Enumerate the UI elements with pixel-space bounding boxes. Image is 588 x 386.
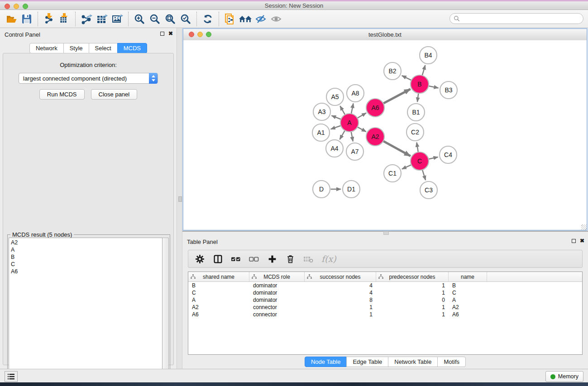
mcds-result-item[interactable]: C: [11, 261, 160, 268]
graph-node-B3[interactable]: B3: [440, 81, 457, 99]
open-folder-icon[interactable]: [4, 11, 19, 27]
memory-button[interactable]: Memory: [545, 371, 583, 382]
export-image-icon[interactable]: [110, 11, 125, 27]
refresh-icon[interactable]: [200, 11, 215, 27]
tab-network[interactable]: Network: [29, 43, 64, 53]
frame-resize-handle[interactable]: [581, 224, 587, 230]
tab-edge-table[interactable]: Edge Table: [346, 357, 388, 367]
graph-node-A2[interactable]: A2: [366, 128, 384, 146]
column-header-predecessor-nodes[interactable]: predecessor nodes: [376, 272, 449, 281]
graph-node-B[interactable]: B: [411, 75, 429, 93]
tab-mcds[interactable]: MCDS: [117, 43, 147, 53]
table-cell[interactable]: 1: [376, 304, 449, 311]
graph-node-B1[interactable]: B1: [407, 104, 425, 121]
table-cell[interactable]: A6: [188, 311, 249, 318]
close-panel-icon[interactable]: ✖: [168, 31, 173, 36]
graph-node-C4[interactable]: C4: [440, 146, 457, 163]
graph-node-A6[interactable]: A6: [366, 99, 384, 117]
add-column-plus-icon[interactable]: [267, 254, 277, 264]
tab-node-table[interactable]: Node Table: [305, 357, 347, 367]
table-cell[interactable]: 1: [305, 311, 376, 318]
node-table[interactable]: shared nameMCDS rolesuccessor nodesprede…: [188, 272, 583, 355]
table-cell[interactable]: A: [449, 296, 487, 304]
tab-select[interactable]: Select: [89, 43, 118, 53]
table-cell[interactable]: A: [188, 296, 249, 304]
graph-node-A5[interactable]: A5: [326, 88, 344, 105]
table-cell[interactable]: connector: [249, 311, 305, 318]
table-cell[interactable]: 1: [376, 282, 449, 289]
graph-node-B4[interactable]: B4: [420, 47, 437, 64]
table-cell[interactable]: 4: [305, 282, 376, 289]
table-row[interactable]: Adominator80A: [188, 296, 582, 304]
vertical-splitter[interactable]: [177, 28, 182, 369]
horizontal-splitter-handle[interactable]: [383, 231, 389, 235]
table-cell[interactable]: A2: [449, 304, 487, 311]
graph-node-D[interactable]: D: [313, 181, 330, 198]
table-cell[interactable]: 1: [376, 289, 449, 296]
graph-node-B2[interactable]: B2: [384, 62, 401, 80]
graph-node-A8[interactable]: A8: [347, 85, 364, 102]
table-row[interactable]: A6connector11A6: [188, 311, 582, 318]
graph-node-C[interactable]: C: [411, 152, 429, 170]
table-cell[interactable]: B: [449, 282, 487, 289]
table-cell[interactable]: 8: [305, 296, 376, 304]
table-cell[interactable]: 1: [305, 304, 376, 311]
result-list-scrollbar[interactable]: [163, 238, 169, 386]
table-cell[interactable]: C: [188, 289, 249, 296]
graph-node-A7[interactable]: A7: [346, 143, 363, 160]
table-cell[interactable]: A6: [449, 311, 487, 318]
graph-node-D1[interactable]: D1: [343, 181, 360, 198]
graph-node-C2[interactable]: C2: [406, 124, 424, 141]
copy-network-document-icon[interactable]: [222, 11, 238, 27]
table-cell[interactable]: B: [188, 282, 249, 289]
delete-trash-icon[interactable]: [285, 254, 295, 264]
table-float-panel-icon[interactable]: [572, 239, 576, 243]
save-session-icon[interactable]: [19, 11, 34, 27]
mcds-result-item[interactable]: A6: [11, 268, 160, 275]
column-header-name[interactable]: name: [449, 272, 487, 281]
mcds-result-item[interactable]: A2: [11, 239, 160, 246]
graph-node-A3[interactable]: A3: [313, 103, 330, 120]
run-mcds-button[interactable]: Run MCDS: [39, 89, 85, 100]
column-header-successor-nodes[interactable]: successor nodes: [305, 272, 376, 281]
network-canvas[interactable]: B4B2BB3A8A5A6A3B1AA1C2A2A4A7C4CC1C3DD1: [183, 40, 587, 230]
mcds-result-item[interactable]: B: [11, 253, 160, 261]
deselect-checkboxes-icon[interactable]: [249, 254, 259, 264]
table-cell[interactable]: dominator: [249, 282, 305, 289]
column-split-icon[interactable]: [213, 254, 223, 264]
table-row[interactable]: Cdominator41C: [188, 289, 582, 296]
vertical-splitter-handle[interactable]: [178, 196, 182, 202]
table-cell[interactable]: A2: [188, 304, 249, 311]
task-history-button[interactable]: [5, 371, 18, 382]
column-header-shared-name[interactable]: shared name: [188, 272, 249, 281]
column-header-MCDS-role[interactable]: MCDS role: [249, 272, 305, 281]
select-all-checkboxes-icon[interactable]: [231, 254, 241, 264]
zoom-in-icon[interactable]: [132, 11, 147, 27]
graph-node-A1[interactable]: A1: [312, 124, 330, 141]
graph-node-A4[interactable]: A4: [326, 140, 343, 157]
table-cell[interactable]: 0: [376, 296, 449, 304]
table-row[interactable]: A2connector11A2: [188, 304, 582, 311]
table-settings-gear-icon[interactable]: [195, 254, 205, 264]
eye-icon[interactable]: [268, 11, 284, 27]
zoom-selected-icon[interactable]: [178, 11, 193, 27]
eye-slash-icon[interactable]: [253, 11, 268, 27]
graph-node-C1[interactable]: C1: [384, 165, 401, 182]
zoom-fit-icon[interactable]: [163, 11, 178, 27]
search-input[interactable]: [462, 15, 579, 22]
tab-motifs[interactable]: Motifs: [437, 357, 466, 367]
import-network-icon[interactable]: [41, 11, 57, 27]
mcds-result-list[interactable]: A2ABCA6: [9, 238, 163, 386]
table-cell[interactable]: connector: [249, 304, 305, 311]
export-network-icon[interactable]: [79, 11, 94, 27]
network-frame-titlebar[interactable]: testGlobe.txt: [183, 29, 587, 41]
import-table-icon[interactable]: [57, 11, 72, 27]
float-panel-icon[interactable]: [160, 32, 164, 36]
graph-node-A[interactable]: A: [340, 114, 359, 132]
table-cell[interactable]: C: [449, 289, 487, 296]
table-cell[interactable]: dominator: [249, 296, 305, 304]
table-cell[interactable]: dominator: [249, 289, 305, 296]
tab-network-table[interactable]: Network Table: [388, 357, 438, 367]
zoom-out-icon[interactable]: [147, 11, 163, 27]
table-row[interactable]: Bdominator41B: [188, 282, 582, 289]
